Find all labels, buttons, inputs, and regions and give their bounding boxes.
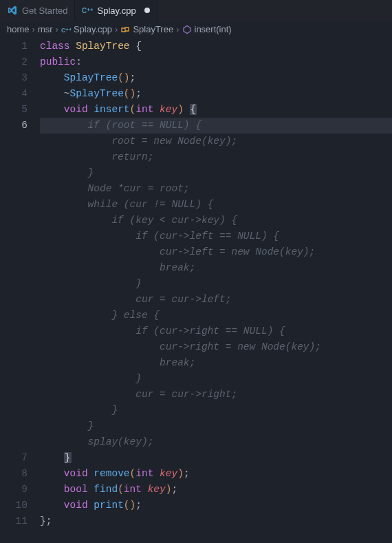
code-line[interactable]: bool find(int key); — [40, 482, 392, 498]
chevron-right-icon: › — [115, 24, 118, 34]
code-line[interactable]: } — [40, 450, 392, 466]
code-line[interactable]: void insert(int key) { — [40, 102, 392, 118]
line-number — [0, 339, 28, 355]
tab-label: Splay.cpp — [97, 6, 135, 16]
method-symbol-icon — [182, 25, 192, 34]
line-number — [0, 149, 28, 165]
line-number: 7 — [0, 450, 28, 466]
code-line[interactable]: while (cur != NULL) { — [40, 197, 392, 213]
line-number: 4 — [0, 86, 28, 102]
code-line[interactable]: if (root == NULL) { — [40, 118, 392, 134]
code-line[interactable]: }; — [40, 513, 392, 529]
code-line[interactable]: cur = cur->left; — [40, 292, 392, 308]
code-line[interactable]: cur->right = new Node(key); — [40, 339, 392, 355]
tab-label: Get Started — [22, 6, 67, 16]
tab-bar: Get Started C⁺⁺ Splay.cpp — [0, 0, 392, 21]
line-number-gutter: 1234567891011 — [0, 39, 40, 543]
line-number — [0, 371, 28, 387]
line-number — [0, 292, 28, 308]
breadcrumb-class[interactable]: SplayTree — [120, 24, 173, 34]
line-number: 6 — [0, 118, 28, 134]
svg-text:C⁺⁺: C⁺⁺ — [61, 27, 71, 34]
code-line[interactable]: root = new Node(key); — [40, 134, 392, 149]
code-line[interactable]: SplayTree(); — [40, 70, 392, 86]
code-line[interactable]: cur = cur->right; — [40, 387, 392, 403]
chevron-right-icon: › — [56, 24, 58, 34]
line-number: 1 — [0, 39, 28, 54]
line-number — [0, 276, 28, 292]
code-line[interactable]: if (cur->left == NULL) { — [40, 228, 392, 244]
breadcrumb-msr[interactable]: msr — [38, 24, 53, 34]
line-number — [0, 165, 28, 181]
code-line[interactable]: } — [40, 418, 392, 434]
line-number — [0, 418, 28, 434]
dirty-indicator-icon — [144, 8, 150, 13]
class-symbol-icon — [120, 25, 130, 34]
line-number — [0, 134, 28, 149]
code-line[interactable]: void remove(int key); — [40, 466, 392, 482]
line-number — [0, 434, 28, 450]
line-number — [0, 260, 28, 276]
code-editor[interactable]: 1234567891011 class SplayTree {public: S… — [0, 39, 392, 543]
line-number — [0, 213, 28, 228]
code-line[interactable]: } — [40, 403, 392, 418]
line-number: 3 — [0, 70, 28, 86]
code-line[interactable]: } — [40, 165, 392, 181]
code-line[interactable]: } — [40, 371, 392, 387]
code-line[interactable]: Node *cur = root; — [40, 181, 392, 197]
breadcrumb-file[interactable]: C⁺⁺ Splay.cpp — [61, 24, 112, 34]
tab-splay-cpp[interactable]: C⁺⁺ Splay.cpp — [75, 0, 157, 21]
breadcrumb-home[interactable]: home — [7, 24, 30, 34]
vscode-icon — [7, 5, 18, 16]
code-line[interactable]: splay(key); — [40, 434, 392, 450]
line-number: 11 — [0, 513, 28, 529]
code-line[interactable]: public: — [40, 54, 392, 70]
breadcrumb: home › msr › C⁺⁺ Splay.cpp › SplayTree ›… — [0, 21, 392, 39]
code-line[interactable]: class SplayTree { — [40, 39, 392, 54]
line-number — [0, 244, 28, 260]
code-line[interactable]: } — [40, 276, 392, 292]
cpp-file-icon: C⁺⁺ — [61, 25, 71, 34]
line-number: 10 — [0, 498, 28, 513]
svg-text:C⁺⁺: C⁺⁺ — [82, 7, 93, 14]
code-line[interactable]: if (cur->right == NULL) { — [40, 323, 392, 339]
code-area[interactable]: class SplayTree {public: SplayTree(); ~S… — [40, 39, 392, 543]
code-line[interactable]: cur->left = new Node(key); — [40, 244, 392, 260]
code-line[interactable]: break; — [40, 260, 392, 276]
line-number — [0, 355, 28, 371]
chevron-right-icon: › — [32, 24, 35, 34]
code-line[interactable]: ~SplayTree(); — [40, 86, 392, 102]
line-number: 2 — [0, 54, 28, 70]
code-line[interactable]: void print(); — [40, 498, 392, 513]
tab-get-started[interactable]: Get Started — [0, 0, 75, 21]
line-number: 5 — [0, 102, 28, 118]
code-line[interactable]: return; — [40, 149, 392, 165]
chevron-right-icon: › — [176, 24, 179, 34]
code-line[interactable]: } else { — [40, 308, 392, 323]
line-number — [0, 323, 28, 339]
cpp-file-icon: C⁺⁺ — [82, 5, 93, 16]
code-line[interactable]: if (key < cur->key) { — [40, 213, 392, 228]
breadcrumb-method[interactable]: insert(int) — [182, 24, 232, 34]
line-number: 8 — [0, 466, 28, 482]
line-number — [0, 403, 28, 418]
line-number — [0, 181, 28, 197]
line-number: 9 — [0, 482, 28, 498]
line-number — [0, 308, 28, 323]
line-number — [0, 387, 28, 403]
code-line[interactable]: break; — [40, 355, 392, 371]
line-number — [0, 197, 28, 213]
line-number — [0, 228, 28, 244]
